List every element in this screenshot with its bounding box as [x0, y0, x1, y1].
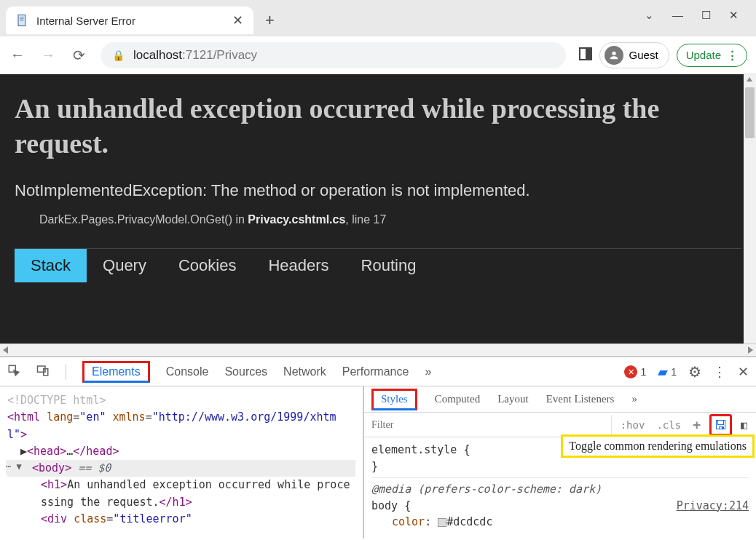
tab-computed[interactable]: Computed: [435, 393, 481, 405]
chevron-down-icon[interactable]: ⌄: [645, 9, 654, 22]
cls-toggle[interactable]: .cls: [653, 418, 684, 432]
menu-dots-icon[interactable]: ⋮: [727, 49, 738, 62]
browser-tab[interactable]: Internal Server Error ✕: [6, 7, 253, 34]
reload-button[interactable]: ⟳: [70, 47, 87, 64]
page-horizontal-scrollbar[interactable]: [0, 344, 756, 357]
error-count: 1: [640, 366, 646, 378]
exception-line: NotImplementedException: The method or o…: [15, 181, 741, 200]
color-swatch-icon[interactable]: [438, 518, 446, 527]
rendering-emulations-button[interactable]: 🖫: [709, 414, 732, 436]
forward-button[interactable]: →: [39, 47, 57, 63]
tab-close-icon[interactable]: ✕: [232, 12, 243, 28]
error-badge[interactable]: ✕: [624, 365, 637, 379]
maximize-icon[interactable]: ☐: [701, 9, 711, 22]
kebab-menu-icon[interactable]: ⋮: [713, 364, 726, 380]
close-window-icon[interactable]: ✕: [729, 9, 739, 22]
url-path: :7121/Privacy: [182, 48, 257, 62]
error-heading: An unhandled exception occurred while pr…: [15, 92, 741, 161]
tab-headers[interactable]: Headers: [252, 249, 344, 282]
address-bar[interactable]: 🔒 localhost:7121/Privacy: [101, 42, 566, 68]
toolbar-right: Guest Update ⋮: [579, 42, 747, 68]
back-button[interactable]: ←: [9, 47, 26, 63]
hov-toggle[interactable]: :hov: [618, 418, 648, 432]
dom-panel[interactable]: <!DOCTYPE html> <html lang="en" xmlns="h…: [0, 386, 364, 539]
dom-html: <html lang="en" xmlns="http://www.w3.org…: [7, 409, 355, 443]
lock-icon: 🔒: [112, 49, 125, 61]
tab-performance[interactable]: Performance: [342, 360, 409, 384]
stack-line-num: , line 17: [345, 213, 386, 226]
browser-toolbar: ← → ⟳ 🔒 localhost:7121/Privacy Guest Upd…: [0, 36, 756, 74]
stack-prefix: DarkEx.Pages.PrivacyModel.OnGet() in: [39, 213, 248, 226]
issues-badge[interactable]: ▰: [658, 364, 668, 380]
filter-buttons: :hov .cls + 🖫 ◧: [612, 414, 756, 436]
tab-elements[interactable]: Elements: [82, 361, 150, 383]
tab-styles[interactable]: Styles: [371, 389, 417, 410]
styles-tabs: Styles Computed Layout Event Listeners »: [364, 386, 756, 413]
rule-body: body { Privacy:214: [371, 498, 749, 515]
tab-stack[interactable]: Stack: [15, 249, 87, 282]
devtools: Elements Console Sources Network Perform…: [0, 357, 756, 539]
svg-point-4: [612, 51, 615, 55]
rule-declaration: color: #dcdcdc: [371, 514, 749, 531]
tab-network[interactable]: Network: [283, 360, 326, 384]
styles-tabs-more[interactable]: »: [631, 393, 637, 405]
dom-body-selected[interactable]: <body> == $0: [7, 460, 355, 477]
tab-title: Internal Server Error: [36, 15, 225, 27]
emulations-tooltip: Toggle common rendering emulations: [561, 434, 755, 458]
close-devtools-icon[interactable]: ✕: [738, 364, 749, 380]
rule-media: @media (prefers-color-scheme: dark): [371, 481, 749, 498]
update-button[interactable]: Update ⋮: [677, 44, 747, 67]
stack-file: Privacy.cshtml.cs: [248, 213, 345, 226]
tab-query[interactable]: Query: [87, 249, 162, 282]
dom-h1[interactable]: <h1>An unhandled exception occurred whil…: [7, 477, 355, 511]
styles-filter-input[interactable]: [364, 415, 612, 435]
tab-console[interactable]: Console: [166, 360, 209, 384]
styles-panel: Styles Computed Layout Event Listeners »…: [364, 386, 756, 539]
profile-label: Guest: [629, 49, 658, 61]
url-host: localhost: [133, 48, 182, 62]
stack-frame: DarkEx.Pages.PrivacyModel.OnGet() in Pri…: [15, 213, 741, 226]
minimize-icon[interactable]: —: [672, 9, 683, 22]
profile-badge[interactable]: Guest: [599, 42, 669, 68]
tab-event-listeners[interactable]: Event Listeners: [546, 393, 615, 405]
page-vertical-scrollbar[interactable]: [744, 74, 756, 344]
dom-doctype: <!DOCTYPE html>: [7, 392, 355, 409]
devtools-body: <!DOCTYPE html> <html lang="en" xmlns="h…: [0, 386, 756, 539]
dom-head[interactable]: ▶<head>…</head>: [7, 443, 355, 460]
inspect-icon[interactable]: [7, 364, 20, 380]
page-favicon-icon: [16, 14, 29, 27]
update-label: Update: [686, 49, 721, 61]
tab-cookies[interactable]: Cookies: [162, 249, 252, 282]
device-toolbar-icon[interactable]: [36, 364, 50, 380]
settings-icon[interactable]: ⚙: [688, 363, 701, 381]
devtools-right: ✕ 1 ▰ 1 ⚙ ⋮ ✕: [624, 363, 749, 381]
rule-source-link[interactable]: Privacy:214: [677, 498, 749, 515]
devtools-tabs: Elements Console Sources Network Perform…: [0, 357, 756, 386]
avatar-icon: [605, 46, 623, 65]
side-panel-icon[interactable]: [579, 47, 592, 63]
toggle-computed-sidebar-icon[interactable]: ◧: [738, 417, 750, 433]
new-tab-button[interactable]: +: [253, 11, 286, 30]
dom-div[interactable]: <div class="titleerror": [7, 511, 355, 528]
tab-layout[interactable]: Layout: [497, 393, 529, 405]
tab-sources[interactable]: Sources: [224, 360, 267, 384]
tab-routing[interactable]: Routing: [345, 249, 433, 282]
error-page: An unhandled exception occurred while pr…: [0, 74, 756, 344]
issues-count: 1: [671, 366, 677, 378]
error-tabs: Stack Query Cookies Headers Routing: [15, 248, 741, 282]
window-controls: ⌄ — ☐ ✕: [627, 0, 756, 31]
new-rule-icon[interactable]: +: [690, 416, 704, 434]
styles-filter-row: :hov .cls + 🖫 ◧: [364, 413, 756, 437]
tabs-more[interactable]: »: [425, 360, 431, 384]
